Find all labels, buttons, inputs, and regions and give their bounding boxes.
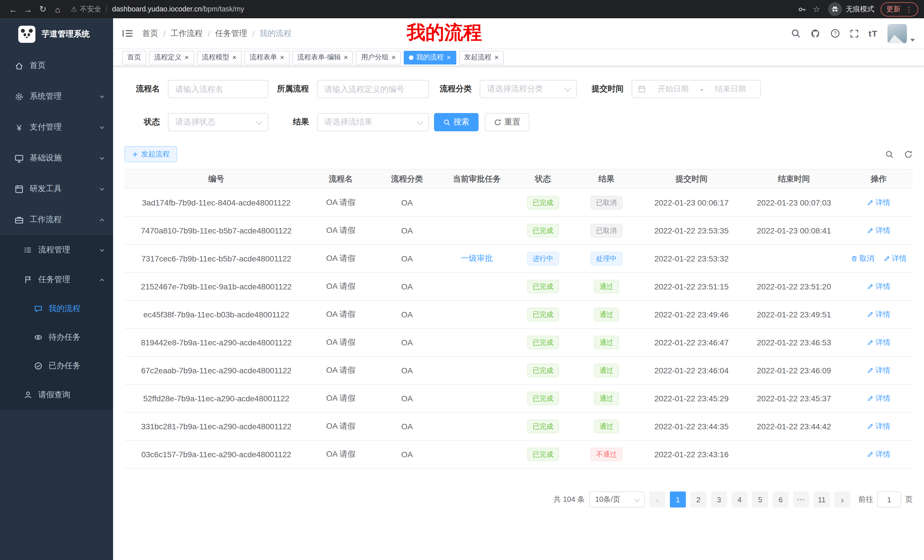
monitor-icon	[14, 153, 24, 163]
page-button[interactable]: 11	[814, 491, 830, 508]
reset-button[interactable]: 重置	[485, 113, 530, 131]
tab[interactable]: 流程模型	[197, 51, 242, 64]
github-icon[interactable]	[810, 28, 820, 39]
date-range-picker[interactable]: 开始日期 - 结束日期	[632, 80, 760, 98]
sidebar-toggle-icon[interactable]	[122, 28, 133, 38]
incognito-badge[interactable]: 无痕模式	[828, 2, 874, 16]
detail-action[interactable]: 详情	[867, 449, 890, 460]
sidebar-item-task-manage[interactable]: 任务管理	[0, 265, 113, 295]
table-refresh-icon[interactable]	[904, 150, 913, 159]
sidebar-item-done-tasks[interactable]: 已办任务	[0, 352, 113, 380]
process-name-input[interactable]	[168, 80, 268, 98]
sidebar-item-system[interactable]: 系统管理	[0, 81, 113, 112]
breadcrumb-workflow[interactable]: 工作流程	[171, 28, 203, 39]
tab[interactable]: 首页	[122, 51, 146, 64]
sidebar-item-payment[interactable]: ¥ 支付管理	[0, 112, 113, 143]
page-button[interactable]: 4	[732, 491, 747, 508]
tab-close-icon[interactable]	[494, 54, 498, 61]
detail-action[interactable]: 详情	[867, 393, 890, 404]
tab[interactable]: 流程表单-编辑	[292, 51, 353, 64]
sidebar-item-leave-query[interactable]: 请假查询	[0, 380, 113, 410]
page-button[interactable]: 5	[752, 491, 768, 508]
sidebar-item-infrastructure[interactable]: 基础设施	[0, 143, 113, 174]
cell-id: 2152467e-7b9b-11ec-9a1b-acde48001122	[124, 273, 308, 301]
page-button[interactable]: •••	[793, 491, 809, 508]
prev-page-button[interactable]: ‹	[650, 491, 665, 508]
font-size-icon[interactable]: tT	[868, 28, 878, 38]
column-header: 提交时间	[640, 169, 743, 189]
column-header: 结果	[573, 169, 640, 189]
browser-forward-button[interactable]: →	[21, 2, 35, 16]
sidebar-item-my-process[interactable]: 我的流程	[0, 295, 113, 323]
result-select[interactable]: 请选择流结果	[317, 113, 429, 131]
address-bar[interactable]: ⚠ 不安全 dashboard.yudao.iocoder.cn/bpm/tas…	[71, 2, 790, 16]
tab-close-icon[interactable]	[184, 54, 189, 61]
browser-home-button[interactable]: ⌂	[50, 2, 65, 16]
cell-category: OA	[374, 328, 441, 356]
tab[interactable]: 发起流程	[459, 51, 504, 64]
tab-close-icon[interactable]	[280, 54, 284, 61]
detail-action-label: 详情	[876, 449, 890, 460]
tab-close-icon[interactable]	[447, 54, 451, 61]
cancel-action[interactable]: 取消	[850, 253, 874, 264]
table-search-toggle-icon[interactable]	[885, 150, 894, 159]
sidebar-item-process-manage[interactable]: 流程管理	[0, 235, 113, 265]
page-button[interactable]: 2	[690, 491, 706, 508]
fullscreen-icon[interactable]	[850, 29, 859, 38]
help-icon[interactable]: ?	[830, 28, 840, 38]
status-select[interactable]: 请选择状态	[168, 113, 268, 131]
browser-back-button[interactable]: ←	[6, 2, 21, 16]
cell-submit-time: 2022-01-22 23:46:04	[640, 356, 743, 385]
detail-action[interactable]: 详情	[867, 281, 890, 292]
browser-menu-icon[interactable]: ⋮	[905, 5, 913, 13]
user-menu[interactable]	[888, 24, 915, 43]
page-button[interactable]: 1	[670, 491, 686, 508]
detail-action[interactable]: 详情	[867, 421, 890, 431]
cell-submit-time: 2022-01-22 23:53:35	[640, 217, 743, 245]
browser-update-button[interactable]: 更新 ⋮	[880, 2, 918, 16]
app-logo[interactable]: 芋道管理系统	[0, 18, 113, 50]
main-area: 首页 / 工作流程 / 任务管理 / 我的流程 ?	[113, 18, 924, 560]
detail-action[interactable]: 详情	[867, 198, 890, 208]
page-button[interactable]: 6	[772, 491, 789, 508]
sidebar-item-todo-tasks[interactable]: 待办任务	[0, 323, 113, 352]
cancel-action-label: 取消	[859, 253, 874, 264]
sidebar-item-label: 首页	[30, 60, 46, 71]
detail-action[interactable]: 详情	[883, 253, 907, 264]
search-icon[interactable]	[791, 28, 801, 38]
breadcrumb-task-manage[interactable]: 任务管理	[215, 28, 247, 39]
sidebar-item-home[interactable]: 首页	[0, 50, 113, 81]
sidebar-item-devtools[interactable]: 研发工具	[0, 174, 113, 204]
tab[interactable]: 用户分组	[356, 51, 401, 64]
page-size-select[interactable]: 10条/页	[590, 491, 645, 508]
result-tag: 通过	[594, 308, 619, 321]
tab[interactable]: 流程定义	[149, 51, 194, 64]
current-task-link[interactable]: 一级审批	[461, 253, 493, 263]
tab-close-icon[interactable]	[232, 54, 236, 61]
cell-current-task	[441, 412, 513, 440]
process-definition-input[interactable]	[317, 80, 429, 98]
detail-action[interactable]: 详情	[867, 226, 890, 236]
tab-close-icon[interactable]	[344, 54, 348, 61]
next-page-button[interactable]: ›	[834, 491, 850, 508]
tab-close-icon[interactable]	[392, 54, 396, 61]
tab[interactable]: 流程表单	[244, 51, 289, 64]
breadcrumb-home[interactable]: 首页	[142, 28, 158, 39]
bookmark-star-icon[interactable]: ☆	[813, 4, 820, 14]
detail-action-label: 详情	[876, 365, 890, 376]
page-button[interactable]: 3	[711, 491, 727, 508]
tab[interactable]: 我的流程	[404, 51, 456, 64]
table-row: 3ad174fb-7b9d-11ec-8404-acde48001122 OA …	[124, 189, 913, 217]
detail-action[interactable]: 详情	[867, 309, 890, 320]
sidebar-item-workflow[interactable]: 工作流程	[0, 204, 113, 235]
result-tag: 处理中	[591, 252, 622, 265]
search-button[interactable]: 搜索	[434, 113, 478, 131]
detail-action[interactable]: 详情	[867, 337, 890, 347]
key-icon[interactable]	[798, 5, 807, 13]
jump-page-input[interactable]	[877, 491, 901, 508]
browser-reload-button[interactable]: ↻	[35, 2, 50, 16]
process-category-select[interactable]: 请选择流程分类	[480, 80, 577, 98]
detail-action[interactable]: 详情	[867, 365, 890, 376]
create-process-button[interactable]: 发起流程	[124, 146, 177, 162]
cell-category: OA	[374, 440, 441, 469]
